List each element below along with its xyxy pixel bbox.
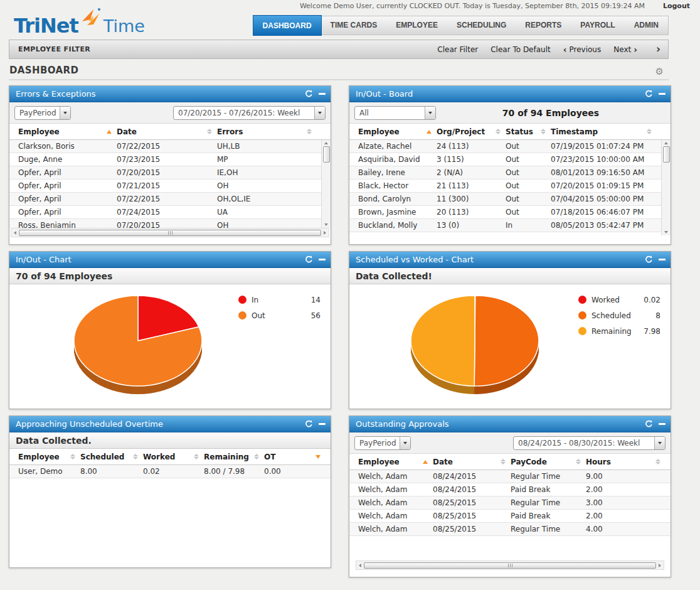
next-button[interactable]: Next ›	[613, 45, 637, 54]
nav-tab-payroll[interactable]: PAYROLL	[571, 16, 624, 35]
filter-bar-expand-icon[interactable]: ›	[656, 44, 660, 55]
table-cell: 8.00 / 7.98	[204, 467, 264, 476]
table-cell: Black, Hector	[358, 181, 437, 190]
table-row[interactable]: Bailey, Irene2 (N/A)Out08/01/2013 09:16:…	[349, 166, 661, 180]
dropdown-button[interactable]	[425, 107, 435, 119]
approvals-payperiod-select[interactable]: PayPeriod	[354, 436, 411, 450]
nav-tab-reports[interactable]: REPORTS	[516, 16, 571, 35]
table-row[interactable]: Alzate, Rachel24 (113)Out07/19/2015 01:0…	[349, 140, 661, 153]
dropdown-button[interactable]	[60, 107, 70, 119]
previous-button[interactable]: ‹ Previous	[563, 45, 602, 54]
column-header-ot[interactable]: OT	[264, 453, 326, 461]
table-row[interactable]: Black, Hector21 (113)Out07/20/2015 01:09…	[349, 180, 661, 193]
panel-errors-exceptions: Errors & Exceptions PayPeriod 07/20/2015…	[9, 85, 331, 245]
minimize-icon[interactable]	[319, 259, 326, 260]
scrollbar-thumb[interactable]	[663, 146, 670, 163]
column-header-timestamp[interactable]: Timestamp	[551, 127, 657, 136]
scroll-down-icon[interactable]	[324, 223, 328, 226]
nav-tab-scheduling[interactable]: SCHEDULING	[447, 16, 516, 35]
refresh-icon[interactable]	[645, 420, 653, 428]
table-row[interactable]: Welch, Adam08/24/2015Regular Time9.00	[349, 470, 671, 483]
column-header-scheduled[interactable]: Scheduled	[80, 453, 143, 461]
vertical-scrollbar[interactable]	[661, 140, 671, 235]
dashboard-settings-gear-icon[interactable]: ⚙	[655, 66, 664, 77]
column-header-employee[interactable]: Employee	[358, 127, 437, 136]
column-header-employee[interactable]: Employee	[18, 453, 80, 461]
scroll-up-icon[interactable]	[664, 142, 668, 144]
scroll-down-icon[interactable]	[664, 231, 668, 233]
board-filter-select[interactable]: All	[354, 106, 436, 120]
table-row[interactable]: Opfer, April07/22/2015OH,OL,IE	[9, 193, 321, 206]
minimize-icon[interactable]	[319, 423, 326, 425]
column-header-paycode[interactable]: PayCode	[511, 458, 586, 466]
approvals-daterange-select[interactable]: 08/24/2015 - 08/30/2015: Weekl	[513, 436, 666, 450]
dropdown-button[interactable]	[314, 107, 325, 119]
table-row[interactable]: Welch, Adam08/25/2015Regular Time4.00	[349, 523, 671, 536]
scroll-right-icon[interactable]	[659, 564, 661, 567]
table-row[interactable]: Ross, Benjamin07/20/2015OH	[9, 219, 321, 228]
table-row[interactable]: Opfer, April07/24/2015UA	[9, 206, 321, 219]
scrollbar-thumb[interactable]	[323, 146, 330, 163]
table-row[interactable]: Opfer, April07/21/2015OH	[9, 180, 321, 193]
clear-to-default-button[interactable]: Clear To Default	[491, 45, 551, 54]
column-header-worked[interactable]: Worked	[143, 453, 204, 461]
table-row[interactable]: Buckland, Molly13 (0)In08/05/2013 05:42:…	[349, 219, 661, 232]
table-row[interactable]: Bond, Carolyn11 (300)Out07/04/2015 05:00…	[349, 193, 661, 206]
horizontal-scrollbar[interactable]	[356, 560, 664, 570]
nav-tab-employee[interactable]: EMPLOYEE	[386, 16, 447, 35]
dropdown-button[interactable]	[400, 437, 410, 449]
errors-payperiod-select[interactable]: PayPeriod	[14, 106, 71, 120]
refresh-icon[interactable]	[305, 255, 313, 264]
legend-item-remaining: Remaining7.98	[578, 323, 660, 339]
table-row[interactable]: Welch, Adam08/24/2015Paid Break2.00	[349, 483, 671, 496]
legend-value: 8	[638, 311, 660, 320]
minimize-icon[interactable]	[659, 259, 666, 260]
minimize-icon[interactable]	[659, 423, 666, 425]
table-row[interactable]: Welch, Adam08/25/2015Paid Break2.00	[349, 510, 671, 523]
column-header-employee[interactable]: Employee	[358, 458, 433, 466]
dropdown-button[interactable]	[654, 437, 665, 449]
scroll-right-icon[interactable]	[324, 231, 326, 235]
column-header-remaining[interactable]: Remaining	[204, 453, 264, 461]
table-row[interactable]: Duge, Anne07/23/2015MP	[9, 153, 321, 166]
clear-filter-button[interactable]: Clear Filter	[437, 45, 478, 54]
scrollbar-thumb[interactable]	[364, 562, 656, 569]
table-row[interactable]: Opfer, April07/20/2015IE,OH	[9, 166, 321, 180]
legend-color-dot	[578, 311, 586, 319]
column-header-org-project[interactable]: Org/Project	[437, 127, 506, 136]
refresh-icon[interactable]	[645, 255, 653, 264]
approvals-table-header: EmployeeDatePayCodeHours	[349, 454, 671, 470]
errors-daterange-select[interactable]: 07/20/2015 - 07/26/2015: Weekl	[173, 106, 326, 120]
column-header-errors[interactable]: Errors	[217, 127, 317, 136]
table-row[interactable]	[349, 232, 661, 235]
scrollbar-thumb[interactable]	[19, 230, 321, 236]
minimize-icon[interactable]	[319, 93, 326, 95]
table-cell: 07/04/2015 05:00:00 PM	[551, 195, 661, 203]
minimize-icon[interactable]	[659, 93, 666, 95]
nav-tab-dashboard[interactable]: DASHBOARD	[253, 16, 321, 35]
refresh-icon[interactable]	[305, 90, 313, 98]
table-row[interactable]: Clarkson, Boris07/22/2015UH,LB	[9, 140, 321, 153]
table-row[interactable]: Asquiriba, David3 (115)Out07/23/2015 10:…	[349, 153, 661, 166]
table-row[interactable]: Brown, Jasmine20 (113)Out07/18/2015 06:4…	[349, 206, 661, 219]
scroll-up-icon[interactable]	[324, 142, 328, 144]
column-header-date[interactable]: Date	[117, 127, 217, 136]
scroll-left-icon[interactable]	[359, 564, 361, 567]
column-header-date[interactable]: Date	[433, 458, 511, 466]
logout-link[interactable]: Logout	[663, 2, 690, 10]
scroll-left-icon[interactable]	[14, 231, 16, 235]
column-header-employee[interactable]: Employee	[18, 127, 117, 136]
refresh-icon[interactable]	[305, 420, 313, 428]
nav-tab-admin[interactable]: ADMIN	[625, 16, 668, 35]
table-cell: 07/20/2015	[117, 168, 217, 177]
table-row[interactable]: Welch, Adam08/25/2015Regular Time3.00	[349, 496, 671, 510]
legend-value: 56	[298, 311, 321, 320]
column-header-hours[interactable]: Hours	[586, 458, 666, 466]
nav-tab-time-cards[interactable]: TIME CARDS	[321, 16, 387, 35]
horizontal-scrollbar[interactable]	[11, 228, 329, 237]
table-cell: 07/18/2015 06:46:07 PM	[551, 208, 661, 217]
refresh-icon[interactable]	[645, 90, 653, 98]
column-header-status[interactable]: Status	[506, 127, 551, 136]
table-row[interactable]: User, Demo8.000.028.00 / 7.980.00	[9, 465, 331, 478]
vertical-scrollbar[interactable]	[321, 140, 331, 228]
